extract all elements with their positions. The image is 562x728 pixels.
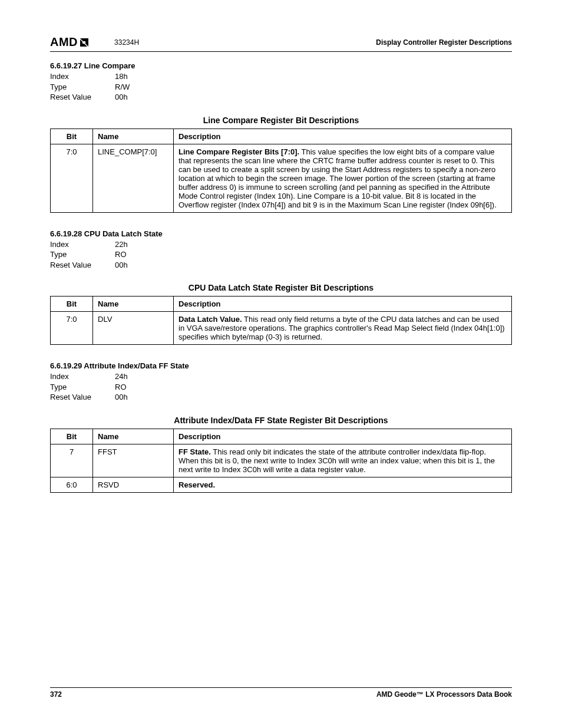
page-number: 372 — [50, 690, 62, 699]
section-heading: 6.6.19.27 Line Compare — [50, 61, 512, 70]
col-description: Description — [174, 297, 512, 312]
meta-value: 00h — [115, 92, 150, 103]
desc-term: FF State. — [178, 447, 211, 456]
meta-row: Reset Value00h — [50, 260, 512, 271]
cell-name: RSVD — [93, 477, 174, 492]
register-section: 6.6.19.27 Line CompareIndex18hTypeR/WRes… — [50, 61, 512, 213]
meta-value: RO — [115, 249, 150, 260]
register-meta: Index18hTypeR/WReset Value00h — [50, 71, 512, 103]
meta-row: TypeRO — [50, 249, 512, 260]
bit-description-table: BitNameDescription7:0LINE_COMP[7:0]Line … — [50, 129, 512, 213]
cell-description: FF State. This read only bit indicates t… — [174, 444, 512, 477]
col-bit: Bit — [51, 129, 93, 144]
col-name: Name — [93, 129, 174, 144]
table-row: 7FFSTFF State. This read only bit indica… — [51, 444, 512, 477]
desc-text: This value specifies the low eight bits … — [178, 147, 497, 209]
section-heading: 6.6.19.28 CPU Data Latch State — [50, 229, 512, 238]
meta-value: 18h — [115, 71, 150, 82]
cell-bit: 7:0 — [51, 312, 93, 345]
cell-bit: 7 — [51, 444, 93, 477]
meta-value: 22h — [115, 239, 150, 250]
meta-value: RO — [115, 382, 150, 393]
desc-term: Reserved. — [178, 480, 215, 489]
register-section: 6.6.19.28 CPU Data Latch StateIndex22hTy… — [50, 229, 512, 345]
register-meta: Index24hTypeROReset Value00h — [50, 371, 512, 403]
doc-section-title: Display Controller Register Descriptions — [376, 38, 512, 47]
meta-label: Type — [50, 249, 115, 260]
table-caption: Line Compare Register Bit Descriptions — [50, 116, 512, 125]
table-header-row: BitNameDescription — [51, 429, 512, 444]
bit-description-table: BitNameDescription7FFSTFF State. This re… — [50, 429, 512, 493]
meta-value: R/W — [115, 82, 150, 93]
meta-row: Reset Value00h — [50, 392, 512, 403]
page-footer: 372 AMD Geode™ LX Processors Data Book — [50, 687, 512, 699]
meta-label: Reset Value — [50, 92, 115, 103]
table-header-row: BitNameDescription — [51, 129, 512, 144]
register-section: 6.6.19.29 Attribute Index/Data FF StateI… — [50, 361, 512, 493]
page-header: AMD 33234H Display Controller Register D… — [50, 35, 512, 52]
meta-label: Index — [50, 71, 115, 82]
meta-row: Index22h — [50, 239, 512, 250]
meta-label: Type — [50, 82, 115, 93]
meta-row: TypeR/W — [50, 82, 512, 93]
cell-description: Data Latch Value. This read only field r… — [174, 312, 512, 345]
meta-value: 00h — [115, 260, 150, 271]
col-name: Name — [93, 297, 174, 312]
meta-row: Reset Value00h — [50, 92, 512, 103]
section-heading: 6.6.19.29 Attribute Index/Data FF State — [50, 361, 512, 370]
table-caption: CPU Data Latch State Register Bit Descri… — [50, 283, 512, 292]
meta-label: Index — [50, 239, 115, 250]
table-header-row: BitNameDescription — [51, 297, 512, 312]
book-title: AMD Geode™ LX Processors Data Book — [376, 690, 512, 699]
meta-row: TypeRO — [50, 382, 512, 393]
cell-description: Reserved. — [174, 477, 512, 492]
amd-logo: AMD — [50, 35, 91, 49]
table-row: 7:0DLVData Latch Value. This read only f… — [51, 312, 512, 345]
col-bit: Bit — [51, 429, 93, 444]
cell-name: FFST — [93, 444, 174, 477]
meta-value: 00h — [115, 392, 150, 403]
amd-arrow-icon — [79, 37, 91, 48]
cell-description: Line Compare Register Bits [7:0]. This v… — [174, 144, 512, 212]
meta-label: Reset Value — [50, 260, 115, 271]
bit-description-table: BitNameDescription7:0DLVData Latch Value… — [50, 296, 512, 345]
col-description: Description — [174, 129, 512, 144]
cell-bit: 6:0 — [51, 477, 93, 492]
desc-term: Data Latch Value. — [178, 315, 242, 324]
doc-code: 33234H — [114, 38, 139, 47]
cell-name: LINE_COMP[7:0] — [93, 144, 174, 212]
meta-value: 24h — [115, 371, 150, 382]
table-row: 6:0RSVDReserved. — [51, 477, 512, 492]
register-meta: Index22hTypeROReset Value00h — [50, 239, 512, 271]
meta-label: Reset Value — [50, 392, 115, 403]
cell-name: DLV — [93, 312, 174, 345]
meta-label: Index — [50, 371, 115, 382]
logo-text: AMD — [50, 35, 78, 49]
col-description: Description — [174, 429, 512, 444]
cell-bit: 7:0 — [51, 144, 93, 212]
table-caption: Attribute Index/Data FF State Register B… — [50, 416, 512, 425]
desc-term: Line Compare Register Bits [7:0]. — [178, 147, 299, 156]
meta-row: Index18h — [50, 71, 512, 82]
meta-label: Type — [50, 382, 115, 393]
meta-row: Index24h — [50, 371, 512, 382]
table-row: 7:0LINE_COMP[7:0]Line Compare Register B… — [51, 144, 512, 212]
col-bit: Bit — [51, 297, 93, 312]
col-name: Name — [93, 429, 174, 444]
desc-text: This read only bit indicates the state o… — [178, 447, 495, 474]
